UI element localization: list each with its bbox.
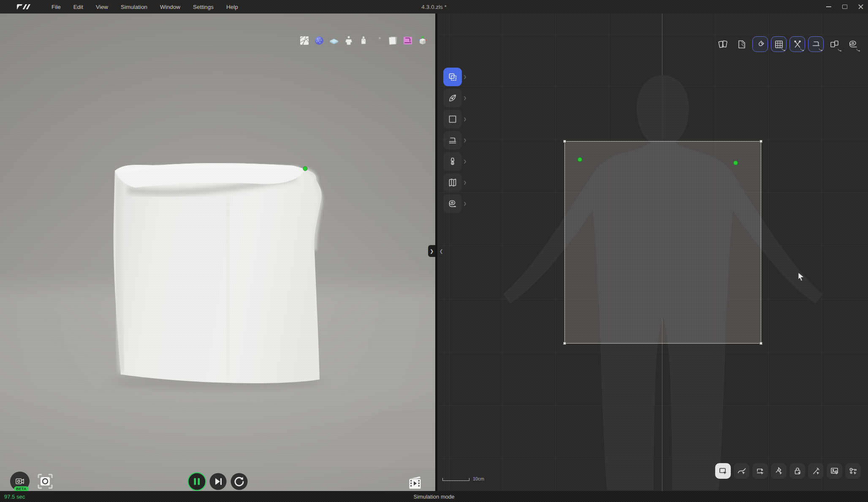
app-window: File Edit View Simulation Window Setting… [0,0,868,502]
animation-editor-button[interactable] [407,475,423,490]
minimize-icon [826,6,831,7]
seam-sewing-button[interactable] [808,36,824,52]
pattern-piece[interactable] [564,141,761,344]
scale-bar: 10cm [442,477,484,481]
select-curve-tool[interactable] [734,463,749,479]
step-forward-button[interactable] [209,472,228,491]
scale-line [442,478,469,481]
window-title: 4.3.0.zls * [421,4,446,10]
flyout-chevron-icon: ❯ [463,202,467,206]
titlebar: File Edit View Simulation Window Setting… [0,0,868,14]
dropdown-indicator-icon [800,48,804,51]
mesh-view-icon[interactable] [299,35,310,46]
gizmo-cube-view-icon[interactable] [417,35,428,46]
pattern-handle[interactable] [563,140,566,143]
avatar-dress-view-icon[interactable] [343,35,354,46]
arrange-pattern-tool[interactable] [752,463,768,479]
mode-label: Simulation mode [414,494,455,500]
capture-group: BETA [10,472,54,491]
close-icon [858,4,863,9]
magnet-snap-button[interactable] [752,36,768,52]
garment-view-icon[interactable] [358,35,369,46]
scale-label: 10cm [473,477,484,481]
snapshot-button[interactable] [37,473,54,490]
collapse-left-button[interactable]: ❯ [428,245,435,257]
restart-button[interactable] [230,472,249,491]
maximize-icon [842,5,847,9]
cloth-3d[interactable] [101,145,338,398]
flyout-chevron-icon: ❯ [463,138,467,142]
window-controls [826,0,864,14]
pin-cross-button[interactable] [789,36,805,52]
minimize-button[interactable] [826,4,832,10]
select-texture-tool[interactable] [827,463,842,479]
pin-point-3d [303,166,307,171]
needle-tool[interactable] [808,463,824,479]
flyout-chevron-icon: ❯ [463,180,467,185]
edit-curvature-tool[interactable]: ❯ [443,89,462,107]
beta-badge: BETA [14,486,29,491]
fabric-layer-view-icon[interactable] [328,35,339,46]
flyout-chevron-icon: ❯ [463,96,467,100]
select-key-tool[interactable] [845,463,861,479]
menu-settings[interactable]: Settings [193,4,214,10]
pattern-tool-sidebar: ❯ ❯ ❯ ❯ ❯ ❯ [443,68,462,213]
menu-simulation[interactable]: Simulation [121,4,147,10]
menu-file[interactable]: File [52,4,61,10]
mouse-cursor [797,272,806,281]
flyout-chevron-icon: ❯ [463,75,467,79]
panel-divider[interactable]: ❯ ❮ [435,14,437,491]
menu-bar: File Edit View Simulation Window Setting… [52,4,238,10]
chevron-left-icon: ❮ [439,248,443,254]
particle-view-icon[interactable] [314,35,325,46]
zipper-tool[interactable]: ❯ [443,152,462,171]
grid-snap-button[interactable] [771,36,787,52]
viewport-3d[interactable]: BETA [0,14,435,491]
menu-view[interactable]: View [96,4,108,10]
toolbar-2d-bottom [715,463,861,479]
statusbar: 97.5 sec Simulation mode [0,491,868,502]
viewport-2d[interactable]: ❯ ❯ ❯ ❯ ❯ ❯ [437,14,868,491]
toolbar-2d-top [715,36,861,52]
maximize-button[interactable] [842,4,848,10]
app-logo-icon [17,3,34,11]
dropdown-indicator-icon [819,48,822,51]
pattern-panels-button[interactable] [827,36,842,52]
tape-measure-button[interactable] [845,36,861,52]
flyout-chevron-icon: ❯ [463,159,467,164]
menu-window[interactable]: Window [160,4,180,10]
pattern-handle[interactable] [760,140,762,143]
pause-button[interactable] [187,472,206,491]
record-video-button[interactable]: BETA [10,472,30,491]
dropdown-indicator-icon [781,48,785,51]
playback-controls [187,472,249,491]
select-box-tool[interactable] [715,463,731,479]
pin-tool[interactable] [771,463,787,479]
transform-pattern-tool[interactable]: ❯ [443,68,462,86]
pattern-handle[interactable] [563,342,566,345]
close-button[interactable] [858,4,864,10]
menu-edit[interactable]: Edit [73,4,83,10]
rectangle-tool[interactable]: ❯ [443,110,462,128]
collapse-right-button[interactable]: ❮ [438,246,445,256]
simulation-time: 97.5 sec [4,494,25,500]
sewing-machine-view-icon[interactable] [402,35,413,46]
dropdown-indicator-icon [856,49,860,52]
pattern-sheet-view-icon[interactable] [388,35,399,46]
chevron-right-icon: ❯ [430,248,434,254]
flyout-chevron-icon: ❯ [463,117,467,121]
dropdown-indicator-icon [838,49,841,52]
pin-point-right[interactable] [733,161,738,165]
lock-tool[interactable] [789,463,805,479]
avatar-silhouette-view-icon[interactable] [373,35,384,46]
sewing-tool[interactable]: ❯ [443,131,462,150]
tape-measure-tool[interactable]: ❯ [443,194,462,213]
pattern-handle[interactable] [760,342,762,345]
pleats-fold-tool[interactable]: ❯ [443,173,462,192]
fabric-texture-button[interactable] [734,36,749,52]
menu-help[interactable]: Help [226,4,238,10]
swatch-button[interactable] [715,36,731,52]
toolbar-3d-display [299,35,428,46]
pin-point-left[interactable] [578,157,582,162]
